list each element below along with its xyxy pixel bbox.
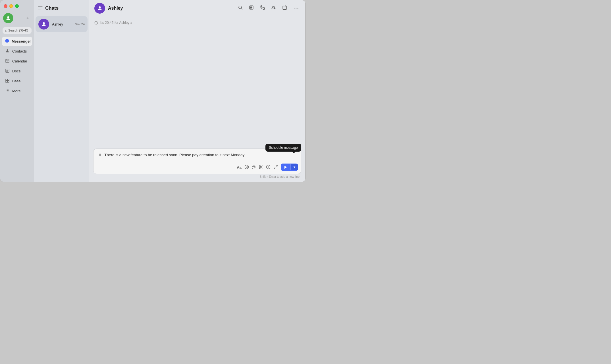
svg-point-19 <box>7 90 8 91</box>
add-attachment-icon[interactable] <box>266 165 271 170</box>
chat-contact-name: Ashley <box>108 6 237 11</box>
time-indicator: It's 20:45 for Ashley » <box>94 21 300 25</box>
send-button[interactable] <box>281 164 290 171</box>
docs-icon <box>5 68 10 74</box>
svg-line-51 <box>276 165 277 167</box>
chat-date-ashley: Nov 24 <box>75 22 85 26</box>
chat-hint: Shift + Enter to add a new line <box>93 174 301 180</box>
schedule-tooltip-text: Schedule message <box>269 146 298 150</box>
chat-item-ashley[interactable]: Ashley Nov 24 <box>36 16 88 32</box>
svg-point-16 <box>7 89 8 89</box>
minimize-button[interactable] <box>9 4 13 8</box>
svg-line-47 <box>260 166 261 167</box>
svg-point-43 <box>259 165 260 166</box>
svg-point-21 <box>6 92 6 92</box>
message-box: Hi~ There is a new feature to be release… <box>93 148 301 174</box>
search-label: Search (⌘+K) <box>8 29 28 32</box>
close-button[interactable] <box>4 4 7 8</box>
send-button-group <box>281 164 298 171</box>
contacts-icon <box>5 49 10 54</box>
more-icon <box>5 88 10 94</box>
topbar-actions: ··· <box>237 4 300 12</box>
calendar-icon: 25 <box>5 58 10 64</box>
svg-rect-13 <box>6 81 7 82</box>
chat-info-ashley: Ashley <box>52 22 72 26</box>
svg-point-17 <box>9 89 9 89</box>
svg-rect-35 <box>283 6 286 9</box>
svg-point-23 <box>9 92 9 92</box>
chat-list: Ashley Nov 24 <box>34 15 89 33</box>
traffic-lights <box>0 0 34 11</box>
mention-icon[interactable]: @ <box>252 165 256 170</box>
avatar[interactable] <box>3 13 13 23</box>
calendar-topbar-icon[interactable] <box>281 4 288 12</box>
svg-point-0 <box>7 16 9 18</box>
svg-rect-11 <box>6 79 7 80</box>
docs-label: Docs <box>12 69 21 73</box>
calendar-label: Calendar <box>12 59 27 63</box>
more-options-icon[interactable]: ··· <box>292 4 300 12</box>
svg-point-20 <box>9 90 9 91</box>
chat-topbar: Ashley <box>89 0 305 16</box>
sidebar-item-calendar[interactable]: 25 Calendar <box>2 57 32 66</box>
svg-line-30 <box>241 8 242 9</box>
chat-body: It's 20:45 for Ashley » <box>89 16 305 146</box>
svg-point-28 <box>99 6 101 8</box>
svg-rect-12 <box>8 79 9 80</box>
svg-rect-14 <box>8 81 9 82</box>
svg-point-40 <box>245 165 248 169</box>
sidebar-item-messenger[interactable]: Messenger <box>2 37 32 46</box>
maximize-button[interactable] <box>15 4 19 8</box>
chat-name-ashley: Ashley <box>52 22 72 26</box>
message-toolbar: Aa @ <box>237 164 298 171</box>
svg-line-52 <box>274 167 275 169</box>
expand-icon[interactable] <box>273 165 278 170</box>
sidebar-item-more[interactable]: More <box>2 86 32 96</box>
base-label: Base <box>12 79 21 83</box>
svg-line-46 <box>261 167 263 168</box>
add-button[interactable]: + <box>25 15 31 21</box>
svg-marker-54 <box>294 167 296 168</box>
sidebar-item-contacts[interactable]: Contacts <box>2 47 32 56</box>
time-indicator-text: It's 20:45 for Ashley » <box>100 21 132 25</box>
send-dropdown-button[interactable] <box>290 164 298 170</box>
emoji-icon[interactable] <box>244 165 249 170</box>
chat-avatar-ashley <box>38 19 49 30</box>
sidebar-item-base[interactable]: Base <box>2 76 32 86</box>
svg-point-18 <box>6 90 6 91</box>
sidebar-item-docs[interactable]: Docs <box>2 66 32 76</box>
svg-point-27 <box>43 22 45 24</box>
svg-marker-53 <box>284 166 287 169</box>
chats-title: Chats <box>45 5 59 11</box>
chats-panel: Chats Ashley Nov 24 <box>34 0 89 182</box>
svg-point-44 <box>259 168 260 169</box>
search-bar[interactable]: ⌕ Search (⌘+K) <box>3 27 32 34</box>
svg-point-29 <box>239 6 242 9</box>
messenger-label: Messenger <box>12 39 31 43</box>
messenger-icon <box>5 39 9 44</box>
nav-items: Messenger Contacts <box>0 37 34 96</box>
sidebar: + ⌕ Search (⌘+K) Messenger <box>0 0 34 182</box>
chats-header-icon <box>38 6 43 11</box>
svg-point-15 <box>6 89 6 89</box>
more-label: More <box>12 89 21 93</box>
font-icon[interactable]: Aa <box>237 165 242 170</box>
search-icon: ⌕ <box>5 29 7 32</box>
add-contact-icon[interactable] <box>270 4 277 12</box>
chat-topbar-avatar <box>94 3 105 14</box>
notes-icon[interactable] <box>248 4 255 12</box>
svg-point-22 <box>7 92 8 92</box>
chat-main: Ashley <box>89 0 305 182</box>
scissors-icon[interactable] <box>259 165 263 170</box>
base-icon <box>5 78 10 84</box>
svg-text:25: 25 <box>7 61 9 62</box>
chats-header: Chats <box>34 0 89 15</box>
search-chat-icon[interactable] <box>237 4 244 12</box>
message-input-text[interactable]: Hi~ There is a new feature to be release… <box>97 152 297 158</box>
call-icon[interactable] <box>259 4 266 12</box>
svg-point-1 <box>7 49 8 51</box>
sidebar-bottom <box>0 96 34 182</box>
schedule-tooltip: Schedule message <box>265 144 301 152</box>
contacts-label: Contacts <box>12 49 27 53</box>
sidebar-avatar-row: + <box>0 11 34 26</box>
